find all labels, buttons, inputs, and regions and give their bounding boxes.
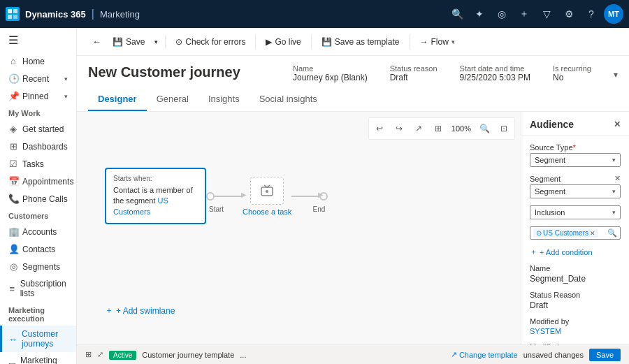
recurring-meta-label: Is recurring xyxy=(553,64,591,73)
segment-tag-input[interactable]: ⊙ US Customers ✕ 🔍 xyxy=(530,226,621,240)
zoom-fit-button[interactable]: ⊡ xyxy=(495,119,513,138)
sidebar-item-get-started[interactable]: ◈ Get started xyxy=(0,120,76,138)
sidebar-item-marketing-emails[interactable]: ✉ Marketing emails xyxy=(0,352,76,364)
sidebar-item-tasks[interactable]: ☑ Tasks xyxy=(0,155,76,173)
settings-icon[interactable]: ⚙ xyxy=(559,4,579,24)
meta-expand-button[interactable]: ▾ xyxy=(614,70,618,80)
go-live-label: Go live xyxy=(275,37,301,47)
dynamics-logo xyxy=(6,7,20,21)
grid-button[interactable]: ⊞ xyxy=(429,119,447,138)
redo-button[interactable]: ↪ xyxy=(390,119,408,138)
sidebar-item-home[interactable]: ⌂ Home xyxy=(0,52,76,70)
module-name: Marketing xyxy=(100,9,140,20)
save-template-button[interactable]: 💾 Save as template xyxy=(316,34,405,50)
sidebar-item-contacts[interactable]: 👤 Contacts xyxy=(0,240,76,258)
recent-icon: 🕒 xyxy=(8,73,18,84)
add-swimlane-button[interactable]: ＋ + Add swimlane xyxy=(105,305,175,316)
tab-social-insights[interactable]: Social insights xyxy=(250,88,327,111)
sidebar-item-subscription-lists[interactable]: ≡ Subscription lists xyxy=(0,275,76,302)
undo-button[interactable]: ↩ xyxy=(370,119,389,138)
svg-rect-2 xyxy=(8,15,12,19)
sidebar-item-recent[interactable]: 🕒 Recent ▾ xyxy=(0,70,76,87)
add-swimlane-label: + Add swimlane xyxy=(116,306,175,316)
panel-name-field: Name Segment_Date xyxy=(530,264,621,284)
segment-label: Segment xyxy=(530,175,561,183)
source-type-select[interactable]: Segment ▾ xyxy=(530,153,621,167)
start-tile-section: Starts when: Contact is a member of the … xyxy=(105,168,206,224)
filter-icon[interactable]: ▽ xyxy=(537,4,556,24)
status-bar: ⊞ ⤢ Active Customer journey template ...… xyxy=(77,344,629,364)
tab-general[interactable]: General xyxy=(147,88,198,111)
flow-line-2 xyxy=(291,196,319,197)
change-template-icon: ↗ xyxy=(451,350,457,359)
add-condition-button[interactable]: ＋ + Add condition xyxy=(530,247,621,257)
marketing-section: Marketing execution xyxy=(0,302,76,326)
location-icon[interactable]: ◎ xyxy=(492,4,512,24)
pointer-button[interactable]: ↗ xyxy=(410,119,428,138)
end-label: End xyxy=(313,205,326,213)
copilot-icon[interactable]: ✦ xyxy=(470,4,489,24)
pin-icon: 📌 xyxy=(8,91,18,101)
change-template-button[interactable]: ↗ Change template xyxy=(451,350,518,359)
source-type-chevron: ▾ xyxy=(612,156,616,163)
sidebar-item-segments[interactable]: ◎ Segments xyxy=(0,258,76,275)
status-expand2-icon[interactable]: ⤢ xyxy=(97,350,103,359)
check-errors-button[interactable]: ⊙ Check for errors xyxy=(170,34,251,50)
tag-search-icon[interactable]: 🔍 xyxy=(607,228,617,238)
task-icon-box xyxy=(250,177,284,205)
panel-modified-value[interactable]: SYSTEM xyxy=(530,327,621,335)
command-bar: ← 💾 Save ▾ ⊙ Check for errors ▶ Go live … xyxy=(77,28,629,56)
meta-datetime: Start date and time 9/25/2020 5:03 PM xyxy=(460,64,530,82)
task-label[interactable]: Choose a task xyxy=(243,208,291,216)
status-expand-icon[interactable]: ⊞ xyxy=(85,350,92,359)
flow-button[interactable]: → Flow ▾ xyxy=(414,34,460,50)
tile-starts-when: Starts when: xyxy=(113,175,198,182)
go-live-button[interactable]: ▶ Go live xyxy=(260,34,306,50)
start-label: Start xyxy=(209,205,224,213)
sidebar-contacts-label: Contacts xyxy=(22,245,55,254)
us-customers-tag: ⊙ US Customers ✕ xyxy=(533,228,598,238)
right-panel: Audience ✕ Source Type Segment ▾ xyxy=(521,112,629,344)
sidebar-item-phone-calls[interactable]: 📞 Phone Calls xyxy=(0,190,76,208)
sidebar-item-appointments[interactable]: 📅 Appointments xyxy=(0,173,76,190)
source-type-label: Source Type xyxy=(530,143,621,152)
inclusion-select[interactable]: Inclusion ▾ xyxy=(530,205,621,219)
sidebar-get-started-label: Get started xyxy=(22,124,64,134)
back-button[interactable]: ← xyxy=(88,33,106,50)
brand-name[interactable]: Dynamics 365 xyxy=(25,9,86,20)
tab-insights[interactable]: Insights xyxy=(198,88,250,111)
help-icon[interactable]: ? xyxy=(581,4,601,24)
panel-close-button[interactable]: ✕ xyxy=(614,119,621,129)
task-placeholder[interactable]: Choose a task xyxy=(243,177,291,216)
search-icon[interactable]: 🔍 xyxy=(447,4,467,24)
save-chevron-button[interactable]: ▾ xyxy=(152,35,161,49)
zoom-out-button[interactable]: 🔍 xyxy=(475,119,493,138)
segment-clear-button[interactable]: ✕ xyxy=(614,174,621,183)
tab-designer[interactable]: Designer xyxy=(88,88,147,111)
canvas[interactable]: ↩ ↪ ↗ ⊞ 100% 🔍 ⊡ Starts when: C xyxy=(77,112,521,344)
status-save-button[interactable]: Save xyxy=(589,349,621,361)
user-avatar[interactable]: MT xyxy=(604,4,623,24)
svg-point-5 xyxy=(266,190,268,193)
sidebar-item-dashboards[interactable]: ⊞ Dashboards xyxy=(0,138,76,155)
panel-status-value: Draft xyxy=(530,300,621,310)
segment-select[interactable]: Segment ▾ xyxy=(530,184,621,198)
sidebar-item-pinned[interactable]: 📌 Pinned ▾ xyxy=(0,87,76,105)
source-type-field: Source Type Segment ▾ xyxy=(530,143,621,167)
sidebar-item-accounts[interactable]: 🏢 Accounts xyxy=(0,223,76,240)
template-ellipsis[interactable]: ... xyxy=(240,351,246,359)
tag-label: US Customers xyxy=(543,229,588,237)
hamburger-button[interactable]: ☰ xyxy=(0,28,76,52)
sidebar-emails-label: Marketing emails xyxy=(20,356,68,364)
sidebar-item-customer-journeys[interactable]: ↔ Customer journeys xyxy=(0,326,76,352)
add-icon[interactable]: ＋ xyxy=(514,4,534,24)
panel-header: Audience ✕ xyxy=(521,112,629,136)
start-tile[interactable]: Starts when: Contact is a member of the … xyxy=(105,168,206,224)
tag-icon: ⊙ xyxy=(536,229,542,237)
tag-remove-button[interactable]: ✕ xyxy=(590,230,595,237)
panel-status-field: Status Reason Draft xyxy=(530,291,621,310)
sidebar-phone-label: Phone Calls xyxy=(22,194,68,204)
add-condition-label: + Add condition xyxy=(540,248,593,256)
inclusion-field: Inclusion ▾ xyxy=(530,205,621,219)
save-button[interactable]: 💾 Save xyxy=(107,34,150,50)
